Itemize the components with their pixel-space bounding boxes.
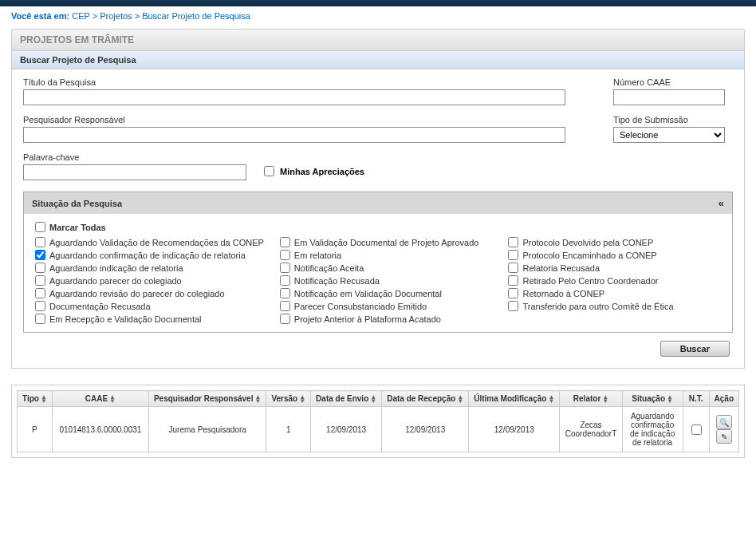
th-envio[interactable]: Data de Envio▲▼ (311, 391, 382, 407)
situacao-checkbox[interactable] (508, 288, 518, 298)
tipo-sub-select[interactable]: Selecione (613, 127, 725, 143)
caae-input[interactable] (613, 89, 725, 105)
th-modificacao[interactable]: Última Modificação▲▼ (469, 391, 560, 407)
situacao-label: Em Validação Documental de Projeto Aprov… (294, 238, 479, 247)
situacao-label: Transferido para outro Comitê de Ética (522, 302, 673, 311)
breadcrumb: Você está em: CEP > Projetos > Buscar Pr… (0, 6, 756, 26)
situacao-checkbox[interactable] (508, 250, 518, 260)
minhas-label: Minhas Apreciações (280, 167, 364, 176)
check-item: Aguardando indicação de relatoria (35, 263, 264, 273)
situacao-label: Retornado à CONEP (522, 289, 604, 298)
check-item: Aguardando parecer do colegiado (35, 275, 264, 286)
situacao-checkbox[interactable] (280, 263, 290, 273)
search-panel: Buscar Projeto de Pesquisa Título da Pes… (11, 51, 745, 369)
th-recepcao[interactable]: Data de Recepção▲▼ (382, 391, 469, 407)
situacao-label: Relatoria Recusada (522, 263, 600, 273)
check-item: Protocolo Encaminhado a CONEP (508, 250, 721, 260)
check-col-3: Protocolo Devolvido pela CONEPProtocolo … (508, 237, 721, 324)
check-item: Em Validação Documental de Projeto Aprov… (280, 237, 493, 247)
check-item: Notificação Aceita (280, 263, 493, 273)
tipo-sub-label: Tipo de Submissão (613, 115, 733, 124)
view-icon[interactable]: 🔍 (716, 415, 732, 429)
situacao-checkbox[interactable] (35, 288, 45, 298)
th-caae[interactable]: CAAE▲▼ (52, 391, 148, 407)
check-item: Notificação Recusada (280, 275, 493, 286)
th-relator[interactable]: Relator▲▼ (560, 391, 622, 407)
marcar-todas-label: Marcar Todas (49, 223, 106, 232)
th-pesquisador[interactable]: Pesquisador Responsável▲▼ (148, 391, 266, 407)
situacao-checkbox[interactable] (35, 237, 45, 247)
situacao-box: Situação da Pesquisa « Marcar Todas Agua… (23, 192, 733, 333)
situacao-label: Aguardando indicação de relatoria (49, 263, 183, 273)
situacao-label: Aguardando parecer do colegiado (49, 276, 182, 286)
panel-title: Buscar Projeto de Pesquisa (12, 51, 744, 69)
collapse-icon[interactable]: « (719, 197, 724, 209)
palavra-label: Palavra-chave (23, 152, 246, 162)
situacao-label: Parecer Consubstanciado Emitido (294, 302, 427, 311)
pesquisador-input[interactable] (23, 127, 565, 143)
situacao-label: Aguardando Validação de Recomendações da… (49, 238, 264, 247)
th-nt: N.T. (683, 391, 709, 407)
table-row: P01014813.6.0000.0031Jurema Pesquisadora… (18, 407, 739, 452)
situacao-checkbox[interactable] (35, 275, 45, 286)
situacao-checkbox[interactable] (280, 237, 290, 247)
situacao-checkbox[interactable] (508, 263, 518, 273)
situacao-label: Protocolo Devolvido pela CONEP (522, 238, 653, 247)
situacao-checkbox[interactable] (280, 275, 290, 286)
check-item: Retirado Pelo Centro Coordenador (508, 275, 721, 286)
check-item: Aguardando revisão do parecer do colegia… (35, 288, 264, 298)
situacao-checkbox[interactable] (35, 301, 45, 311)
check-item: Relatoria Recusada (508, 263, 721, 273)
marcar-todas-checkbox[interactable] (35, 222, 45, 232)
situacao-checkbox[interactable] (280, 250, 290, 260)
th-acao: Ação (709, 391, 738, 407)
situacao-checkbox[interactable] (35, 263, 45, 273)
situacao-title: Situação da Pesquisa (32, 199, 122, 208)
topbar (0, 0, 756, 6)
situacao-label: Projeto Anterior à Plataforma Acatado (294, 314, 441, 324)
situacao-checkbox[interactable] (35, 250, 45, 260)
th-versao[interactable]: Versão▲▼ (266, 391, 311, 407)
check-item: Em Recepção e Validação Documental (35, 314, 264, 324)
results-table: Tipo▲▼ CAAE▲▼ Pesquisador Responsável▲▼ … (17, 390, 739, 452)
titulo-input[interactable] (23, 89, 565, 105)
check-item: Protocolo Devolvido pela CONEP (508, 237, 721, 247)
breadcrumb-path: CEP > Projetos > Buscar Projeto de Pesqu… (72, 11, 250, 21)
check-item: Aguardando Validação de Recomendações da… (35, 237, 264, 247)
th-situacao[interactable]: Situação▲▼ (622, 391, 683, 407)
minhas-checkbox[interactable] (264, 166, 274, 176)
pesquisador-label: Pesquisador Responsável (23, 115, 589, 124)
check-item: Documentação Recusada (35, 301, 264, 311)
situacao-checkbox[interactable] (508, 237, 518, 247)
situacao-checkbox[interactable] (508, 301, 518, 311)
nt-checkbox[interactable] (691, 425, 702, 435)
palavra-input[interactable] (23, 164, 246, 180)
check-item: Em relatoria (280, 250, 493, 260)
results-panel: Tipo▲▼ CAAE▲▼ Pesquisador Responsável▲▼ … (11, 385, 745, 458)
situacao-label: Em Recepção e Validação Documental (49, 314, 202, 324)
check-item: Projeto Anterior à Plataforma Acatado (280, 314, 493, 324)
titulo-label: Título da Pesquisa (23, 77, 589, 87)
situacao-checkbox[interactable] (508, 275, 518, 286)
caae-label: Número CAAE (613, 77, 733, 87)
situacao-checkbox[interactable] (35, 314, 45, 324)
situacao-label: Protocolo Encaminhado a CONEP (522, 251, 656, 260)
results-tbody: P01014813.6.0000.0031Jurema Pesquisadora… (18, 407, 739, 452)
situacao-label: Em relatoria (294, 251, 341, 260)
section-header: PROJETOS EM TRÂMITE (11, 29, 745, 51)
situacao-label: Notificação Recusada (294, 276, 380, 286)
check-col-1: Aguardando Validação de Recomendações da… (35, 237, 264, 324)
situacao-label: Aguardando revisão do parecer do colegia… (49, 289, 225, 298)
situacao-label: Aguardando confirmação de indicação de r… (49, 251, 246, 260)
edit-icon[interactable]: ✎ (716, 429, 732, 444)
check-item: Notificação em Validação Documental (280, 288, 493, 298)
situacao-label: Retirado Pelo Centro Coordenador (522, 276, 658, 286)
situacao-label: Notificação Aceita (294, 263, 364, 273)
situacao-checkbox[interactable] (280, 288, 290, 298)
buscar-button[interactable]: Buscar (660, 341, 730, 357)
situacao-label: Notificação em Validação Documental (294, 289, 442, 298)
th-tipo[interactable]: Tipo▲▼ (18, 391, 53, 407)
situacao-checkbox[interactable] (280, 314, 290, 324)
situacao-checkbox[interactable] (280, 301, 290, 311)
check-item: Retornado à CONEP (508, 288, 721, 298)
